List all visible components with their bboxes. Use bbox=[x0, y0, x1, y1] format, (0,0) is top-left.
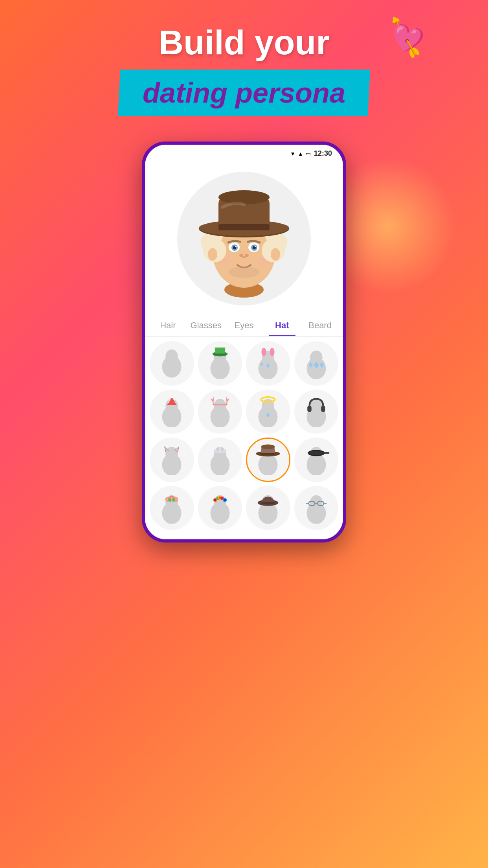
svg-point-32 bbox=[173, 365, 179, 372]
svg-point-27 bbox=[218, 190, 270, 204]
svg-point-74 bbox=[215, 449, 217, 451]
subtitle-wrapper: dating persona bbox=[119, 70, 369, 116]
svg-rect-63 bbox=[307, 406, 312, 412]
status-bar: ▼ ▲ ▭ 12:30 bbox=[145, 145, 343, 160]
svg-rect-56 bbox=[213, 404, 228, 405]
hat-item-flower-crown[interactable] bbox=[150, 486, 194, 530]
hat-item-colorful-crown[interactable] bbox=[198, 486, 242, 530]
svg-point-66 bbox=[166, 447, 178, 461]
avatar-area bbox=[145, 160, 343, 313]
hat-item-green-top-hat[interactable] bbox=[198, 341, 242, 386]
svg-point-93 bbox=[171, 497, 173, 499]
hat-item-pink-ears[interactable] bbox=[246, 341, 290, 386]
battery-icon: ▭ bbox=[306, 151, 311, 157]
subtitle-text: dating persona bbox=[143, 77, 345, 109]
svg-point-17 bbox=[235, 246, 237, 247]
svg-point-75 bbox=[223, 449, 225, 451]
hat-item-blue-diamond[interactable] bbox=[294, 341, 339, 386]
hat-item-party-hat[interactable] bbox=[150, 390, 194, 434]
hat-item-brown-hat2[interactable] bbox=[246, 486, 290, 530]
svg-point-73 bbox=[218, 447, 221, 450]
svg-point-41 bbox=[270, 348, 275, 356]
svg-point-55 bbox=[214, 399, 226, 412]
svg-point-86 bbox=[308, 451, 325, 455]
svg-point-20 bbox=[245, 254, 249, 257]
tab-beard[interactable]: Beard bbox=[301, 313, 339, 336]
tab-hat[interactable]: Hat bbox=[263, 313, 301, 336]
svg-point-80 bbox=[261, 445, 275, 449]
svg-point-40 bbox=[262, 348, 266, 356]
phone-screen: ▼ ▲ ▭ 12:30 bbox=[145, 145, 343, 539]
hat-item-cat-ears[interactable] bbox=[150, 438, 194, 482]
svg-point-104 bbox=[214, 499, 216, 501]
hat-item-cowboy-hat[interactable] bbox=[246, 438, 290, 482]
svg-rect-110 bbox=[262, 502, 275, 504]
svg-point-23 bbox=[271, 248, 280, 261]
svg-rect-28 bbox=[218, 224, 270, 230]
status-icons: ▼ ▲ ▭ bbox=[290, 151, 311, 157]
tabs-area: Hair Glasses Eyes Hat Beard bbox=[145, 313, 343, 337]
svg-point-106 bbox=[224, 499, 226, 501]
wifi-icon: ▼ bbox=[290, 151, 295, 157]
svg-point-22 bbox=[208, 248, 217, 261]
hat-item-glasses2[interactable] bbox=[294, 486, 339, 530]
subtitle-background: dating persona bbox=[118, 70, 370, 116]
hat-item-black-cap[interactable] bbox=[294, 438, 339, 482]
svg-point-105 bbox=[219, 497, 221, 498]
svg-point-52 bbox=[171, 396, 173, 398]
hat-grid bbox=[145, 337, 343, 535]
svg-point-19 bbox=[239, 254, 243, 257]
hat-item-none[interactable] bbox=[150, 341, 194, 386]
tab-glasses[interactable]: Glasses bbox=[187, 313, 225, 336]
svg-point-30 bbox=[166, 349, 178, 363]
hat-item-tiara[interactable] bbox=[198, 438, 242, 482]
avatar-circle bbox=[177, 172, 311, 305]
svg-point-21 bbox=[228, 266, 260, 278]
svg-point-112 bbox=[310, 495, 323, 509]
svg-rect-81 bbox=[261, 453, 275, 455]
tab-eyes[interactable]: Eyes bbox=[225, 313, 263, 336]
header-area: Build your dating persona bbox=[0, 24, 488, 116]
avatar-svg bbox=[183, 178, 305, 300]
signal-icon: ▲ bbox=[298, 151, 303, 157]
svg-rect-37 bbox=[214, 354, 226, 355]
main-title: Build your bbox=[0, 24, 488, 62]
hat-item-antlers[interactable] bbox=[198, 390, 242, 434]
svg-rect-64 bbox=[321, 406, 325, 412]
hat-item-halo[interactable] bbox=[246, 390, 290, 434]
svg-point-18 bbox=[255, 246, 256, 247]
status-time: 12:30 bbox=[314, 149, 332, 158]
hat-item-headphones[interactable] bbox=[294, 390, 339, 434]
tab-hair[interactable]: Hair bbox=[149, 313, 187, 336]
phone-frame: ▼ ▲ ▭ 12:30 bbox=[142, 142, 346, 542]
svg-point-31 bbox=[165, 365, 171, 372]
bottom-area: Continue bbox=[145, 535, 343, 539]
